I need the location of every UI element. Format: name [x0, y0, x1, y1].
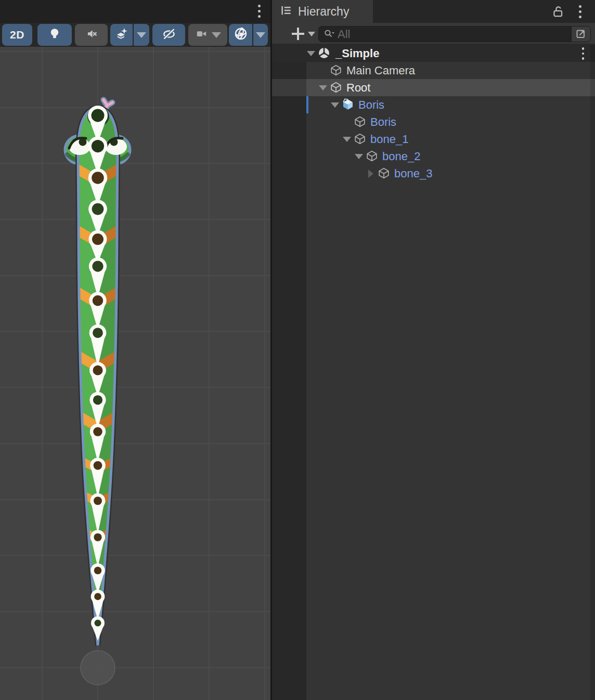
search-popout-button[interactable] [571, 27, 590, 42]
gameobject-label: Root [346, 79, 370, 96]
hierarchy-searchbox [318, 26, 591, 42]
prefab-instance-marker [306, 96, 308, 113]
chevron-down-icon [137, 32, 146, 38]
search-input[interactable] [335, 28, 571, 41]
foldout-collapsed-icon[interactable] [365, 165, 377, 182]
toolbar-lighting-toggle[interactable] [37, 24, 72, 46]
cube-icon [330, 64, 342, 76]
hierarchy-toolbar [272, 23, 595, 45]
effects-star-icon [115, 27, 128, 43]
toolbar-camera-dropdown[interactable] [188, 24, 227, 46]
hierarchy-panel: Hierarchy [272, 0, 595, 700]
toolbar-2d-toggle[interactable]: 2D [2, 24, 32, 46]
hierarchy-row-bone-2[interactable]: bone_2 [272, 148, 595, 165]
toolbar-effects-dropdown[interactable] [134, 24, 149, 46]
cube-icon [330, 81, 342, 94]
scene-name-label: _Simple [335, 45, 379, 62]
hierarchy-row-bone-3[interactable]: bone_3 [272, 165, 595, 182]
unity-editor-window: 2D [0, 0, 595, 700]
hierarchy-row-scene[interactable]: _Simple [272, 45, 595, 62]
hierarchy-scrollbar[interactable] [590, 45, 595, 700]
toolbar-gizmos-toggle[interactable] [229, 24, 252, 46]
viewport-background [0, 47, 270, 700]
foldout-expanded-icon[interactable] [317, 79, 329, 96]
foldout-expanded-icon[interactable] [353, 148, 365, 165]
toolbar-effects-toggle[interactable] [110, 24, 133, 46]
hierarchy-list-icon [279, 4, 293, 19]
hierarchy-row-main-camera[interactable]: Main Camera [272, 62, 595, 79]
foldout-expanded-icon[interactable] [341, 131, 353, 148]
hierarchy-row-boris-prefab[interactable]: Boris [272, 96, 595, 113]
plus-icon [292, 28, 304, 40]
prefab-cube-icon [342, 98, 354, 111]
camera-icon [195, 27, 209, 43]
toolbar-gizmos-dropdown[interactable] [253, 24, 268, 46]
cube-icon [354, 133, 366, 145]
chevron-down-icon [212, 32, 221, 38]
hierarchy-tabbar: Hierarchy [272, 0, 595, 23]
gizmo-sphere-icon [233, 26, 249, 44]
chevron-down-icon [256, 32, 265, 38]
hierarchy-tab-title: Hierarchy [298, 5, 349, 19]
speaker-muted-icon [85, 27, 98, 43]
open-new-window-icon [575, 27, 587, 42]
hierarchy-row-bone-1[interactable]: bone_1 [272, 131, 595, 148]
hierarchy-row-boris-sprite[interactable]: Boris [272, 113, 595, 131]
eye-slash-icon [162, 27, 176, 43]
origin-gizmo[interactable] [81, 651, 115, 685]
prefab-label: bone_1 [370, 131, 408, 148]
cube-icon [354, 115, 366, 128]
scene-row-menu-button[interactable] [576, 46, 590, 61]
gameobject-label: Main Camera [346, 62, 415, 79]
foldout-expanded-icon[interactable] [305, 45, 317, 62]
2d-toggle-label: 2D [10, 29, 24, 41]
unlock-button[interactable] [550, 4, 566, 19]
cube-icon [366, 150, 378, 162]
hierarchy-menu-button[interactable] [572, 4, 588, 19]
lightbulb-icon [48, 27, 61, 43]
hierarchy-tree: _Simple Main Camera Root [272, 45, 595, 700]
foldout-expanded-icon[interactable] [329, 96, 341, 113]
prefab-label: bone_2 [382, 148, 420, 165]
scene-toolbar: 2D [0, 23, 270, 47]
hierarchy-tab[interactable]: Hierarchy [272, 0, 373, 23]
prefab-label: Boris [370, 113, 396, 131]
toolbar-audio-toggle[interactable] [75, 24, 108, 46]
prefab-label: bone_3 [394, 165, 432, 182]
chevron-down-icon [308, 32, 315, 36]
scene-menu-button[interactable] [252, 3, 266, 19]
scene-tabbar [0, 0, 270, 23]
cube-icon [378, 167, 390, 179]
scene-panel: 2D [0, 0, 270, 700]
scene-viewport[interactable] [0, 47, 270, 700]
hierarchy-row-root[interactable]: Root [272, 79, 595, 96]
search-icon[interactable] [323, 28, 335, 41]
create-menu-button[interactable] [292, 25, 322, 42]
toolbar-visibility-toggle[interactable] [152, 24, 185, 46]
unity-scene-icon [318, 47, 330, 59]
prefab-label: Boris [358, 96, 384, 113]
